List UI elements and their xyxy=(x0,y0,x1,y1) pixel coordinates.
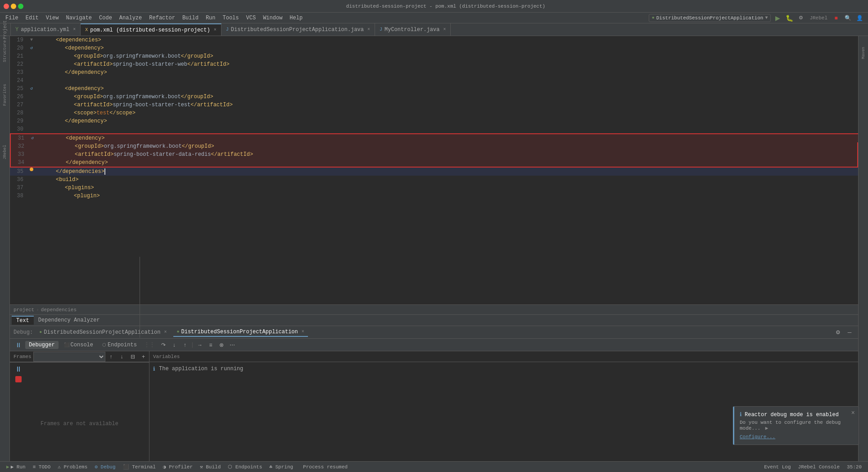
build-status-btn[interactable]: ⚒ Build xyxy=(197,464,223,470)
code-line-26: 26 <groupId>org.springframework.boot</gr… xyxy=(10,93,858,101)
debug-status-label: ⚙ Debug xyxy=(95,464,115,470)
menu-build[interactable]: Build xyxy=(179,14,202,22)
debug-tab-endpoints[interactable]: ⬡ Endpoints xyxy=(99,341,140,349)
debug-status-btn[interactable]: ⚙ Debug xyxy=(92,464,118,470)
frames-dropdown[interactable] xyxy=(33,352,105,362)
settings-icon[interactable]: ⚙ xyxy=(796,13,806,23)
code-line-38: 38 <plugin> xyxy=(10,192,858,200)
mute-breakpoints[interactable]: ⊗ xyxy=(217,340,226,350)
breadcrumb-project[interactable]: project xyxy=(14,307,34,313)
pause-program[interactable]: ⏸ xyxy=(14,364,23,374)
stop-button[interactable]: ■ xyxy=(831,13,841,23)
project-label: Project xyxy=(3,20,8,39)
code-line-32: 32 <groupId>org.springframework.boot</gr… xyxy=(10,142,858,150)
problems-status-btn[interactable]: ⚠ Problems xyxy=(55,464,90,470)
maven-icon[interactable]: Maven xyxy=(859,41,868,64)
frames-unavailable-msg: Frames are not available xyxy=(41,421,118,427)
menu-tools[interactable]: Tools xyxy=(219,14,243,22)
menu-navigate[interactable]: Navigate xyxy=(62,14,95,22)
frames-down[interactable]: ↓ xyxy=(117,352,127,362)
tab-label-app: DistributedSessionProjectApplication.jav… xyxy=(231,27,364,33)
endpoints-label: ⬡ Endpoints xyxy=(228,464,262,470)
reload-icon[interactable]: ↺ xyxy=(30,44,33,52)
tab-app-java[interactable]: J DistributedSessionProjectApplication.j… xyxy=(222,23,375,36)
debug-settings-icon[interactable]: ⚙ xyxy=(833,327,843,337)
reload-icon-2[interactable]: ↺ xyxy=(30,85,33,93)
running-message: The application is running xyxy=(159,366,243,372)
user-icon[interactable]: 👤 xyxy=(854,13,864,23)
debug-session-2[interactable]: ● DistributedSessionProjectApplication × xyxy=(173,328,308,337)
todo-status-btn[interactable]: ≡ TODO xyxy=(30,464,54,470)
spring-status-btn[interactable]: ☘ Spring xyxy=(267,464,296,470)
step-out[interactable]: ↑ xyxy=(180,340,190,350)
sidebar-structure[interactable]: Structure xyxy=(1,38,9,65)
tab-close-pom[interactable]: × xyxy=(214,27,217,32)
run-status-btn[interactable]: ▶ ▶ Run xyxy=(4,464,28,470)
window-controls[interactable] xyxy=(4,4,23,9)
code-line-37: 37 <plugins> xyxy=(10,184,858,192)
java-icon-2: J xyxy=(380,27,382,32)
more-debug[interactable]: ⋯ xyxy=(227,340,237,350)
pause-button[interactable]: ⏸ xyxy=(14,340,23,350)
tab-pom-xml[interactable]: X pom.xml (distributed-session-project) … xyxy=(81,23,221,36)
tab-close-yml[interactable]: × xyxy=(73,27,76,32)
debug-tab-debugger[interactable]: Debugger xyxy=(25,341,59,349)
step-into[interactable]: ↓ xyxy=(169,340,179,350)
run-to-cursor[interactable]: → xyxy=(195,340,205,350)
endpoints-status-btn[interactable]: ⬡ Endpoints xyxy=(225,464,265,470)
menu-code[interactable]: Code xyxy=(95,14,116,22)
terminal-status-btn[interactable]: ⬛ Terminal xyxy=(120,464,158,470)
project-tab[interactable]: Project xyxy=(0,23,11,36)
code-editor[interactable]: 19 ▼ <dependencies> 20 ↺ <dependency> 21… xyxy=(10,36,858,304)
stop-program[interactable] xyxy=(15,376,22,382)
search-icon[interactable]: 🔍 xyxy=(843,13,853,23)
tab-text[interactable]: Text xyxy=(12,316,34,325)
close-button[interactable] xyxy=(4,4,9,9)
frames-filter[interactable]: ⊟ xyxy=(128,352,138,362)
profiler-status-btn[interactable]: ◑ Profiler xyxy=(160,464,195,470)
position-indicator: 35:20 xyxy=(844,464,864,470)
tab-controller-java[interactable]: J MyController.java × xyxy=(375,23,451,36)
debug-tab-console[interactable]: ⬛ Console xyxy=(60,341,97,349)
tab-close-ctrl[interactable]: × xyxy=(443,27,446,32)
editor-area: 19 ▼ <dependencies> 20 ↺ <dependency> 21… xyxy=(10,36,858,461)
reload-icon-3[interactable]: ↺ xyxy=(31,134,34,142)
menu-refactor[interactable]: Refactor xyxy=(145,14,179,22)
debug-button[interactable]: 🐛 xyxy=(784,13,794,23)
minimize-button[interactable] xyxy=(11,4,16,9)
configure-link[interactable]: Configure... xyxy=(740,434,775,440)
tab-close-app[interactable]: × xyxy=(367,27,370,32)
run-configuration[interactable]: ● DistributedSessionProjectApplication ▼ xyxy=(649,14,771,22)
tab-application-yml[interactable]: Y application.yml × xyxy=(11,23,81,36)
run-button[interactable]: ▶ xyxy=(773,13,782,23)
sidebar-favorites[interactable]: Favorites xyxy=(1,84,9,106)
event-log-btn[interactable]: Event Log xyxy=(761,464,793,470)
evaluate-expr[interactable]: ≡ xyxy=(206,340,216,350)
toolbar-right: ● DistributedSessionProjectApplication ▼… xyxy=(649,13,866,23)
maximize-button[interactable] xyxy=(18,4,23,9)
debug-minimize-icon[interactable]: ─ xyxy=(845,327,854,337)
menu-help[interactable]: Help xyxy=(286,14,306,22)
fold-icon[interactable]: ▼ xyxy=(30,36,33,44)
frames-add[interactable]: + xyxy=(139,352,149,362)
frames-up[interactable]: ↑ xyxy=(106,352,116,362)
notification-close[interactable]: × xyxy=(851,409,855,417)
sidebar-jrebel[interactable]: JRebel xyxy=(1,143,9,161)
menu-run[interactable]: Run xyxy=(202,14,219,22)
tab-dependency-analyzer[interactable]: Dependency Analyzer xyxy=(34,316,104,324)
menu-window[interactable]: Window xyxy=(259,14,286,22)
step-over[interactable]: ↷ xyxy=(158,340,168,350)
debug-session-1[interactable]: ● DistributedSessionProjectApplication × xyxy=(36,328,170,336)
code-line-23: 23 </dependency> xyxy=(10,68,858,77)
menu-analyze[interactable]: Analyze xyxy=(116,14,145,22)
right-sidebar: Maven xyxy=(858,36,868,461)
breakpoint-dot[interactable] xyxy=(30,168,33,171)
menu-edit[interactable]: Edit xyxy=(22,14,42,22)
code-line-27: 27 <artifactId>spring-boot-starter-test<… xyxy=(10,101,858,109)
frames-area: Frames are not available xyxy=(10,386,149,461)
jrebel-console-btn[interactable]: JRebel Console xyxy=(796,464,842,470)
menu-view[interactable]: View xyxy=(42,14,63,22)
menu-vcs[interactable]: VCS xyxy=(243,14,260,22)
breadcrumb-dependencies[interactable]: dependencies xyxy=(41,307,77,313)
build-label: ⚒ Build xyxy=(200,464,221,470)
